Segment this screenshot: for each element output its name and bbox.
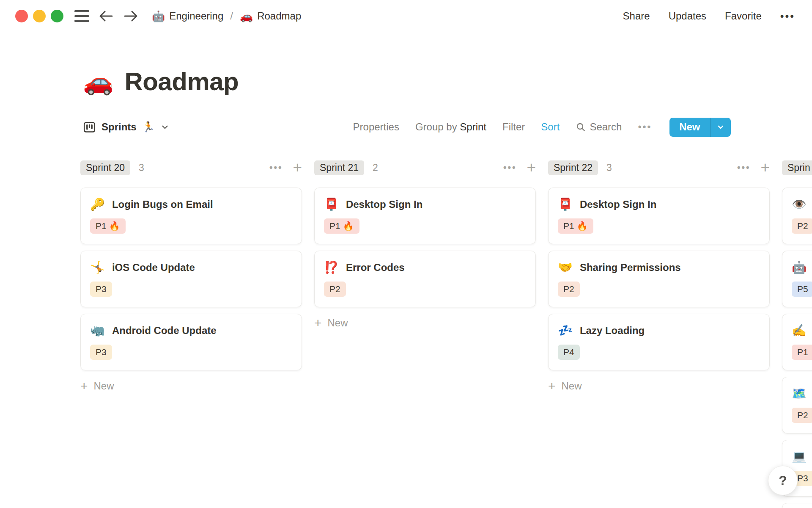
plus-icon: +: [314, 317, 322, 329]
view-tab-sprints[interactable]: Sprints 🏃: [83, 121, 170, 134]
view-toolbar: Sprints 🏃 Properties Group by Sprint Fil…: [83, 117, 731, 137]
card[interactable]: ⁉️ Error Codes P2: [314, 251, 536, 307]
column-name-pill[interactable]: Sprin: [782, 160, 812, 175]
column-header: Sprin ••• +: [782, 160, 812, 176]
priority-tag: P5: [792, 282, 812, 297]
add-card-button[interactable]: + New: [80, 380, 302, 392]
column-count: 3: [606, 162, 612, 174]
card-emoji: ✍️: [792, 325, 807, 337]
priority-tag: P2: [558, 282, 580, 297]
more-options-icon[interactable]: •••: [780, 10, 795, 22]
column-name-pill[interactable]: Sprint 22: [548, 160, 598, 175]
priority-tag: P2: [792, 218, 812, 234]
card-emoji: 🦏: [90, 325, 105, 337]
card-emoji: 🔑: [90, 199, 105, 210]
back-button[interactable]: [99, 10, 114, 22]
card[interactable]: [782, 503, 812, 508]
page-header: 🚗 Roadmap: [83, 67, 732, 96]
column-menu-icon[interactable]: •••: [503, 162, 517, 174]
breadcrumb-workspace[interactable]: 🤖 Engineering: [152, 10, 223, 22]
new-button[interactable]: New: [669, 118, 731, 137]
breadcrumb-page[interactable]: 🚗 Roadmap: [240, 10, 301, 22]
toolbar-more-icon[interactable]: •••: [638, 121, 652, 133]
group-by-label: Group by: [415, 121, 457, 133]
plus-icon: +: [548, 380, 556, 392]
card[interactable]: 📮 Desktop Sign In P1 🔥: [548, 188, 770, 244]
card-title: Login Bugs on Email: [112, 198, 213, 211]
updates-button[interactable]: Updates: [669, 10, 706, 22]
column-name-pill[interactable]: Sprint 21: [314, 160, 364, 175]
card[interactable]: 🤝 Sharing Permissions P2: [548, 251, 770, 307]
card-emoji: 👁️: [792, 199, 807, 210]
card[interactable]: 🤖 In P5: [782, 251, 812, 307]
favorite-button[interactable]: Favorite: [725, 10, 762, 22]
priority-tag: P2: [792, 408, 812, 423]
add-card-button[interactable]: + New: [548, 380, 770, 392]
breadcrumb: 🤖 Engineering / 🚗 Roadmap: [152, 10, 301, 22]
toolbar-controls: Properties Group by Sprint Filter Sort S…: [353, 118, 731, 137]
add-card-label: New: [328, 317, 348, 329]
card[interactable]: 👁️ M P2: [782, 188, 812, 244]
page-title: Roadmap: [124, 67, 239, 96]
add-card-label: New: [94, 380, 114, 392]
card-emoji: 📮: [324, 199, 339, 210]
search-label: Search: [590, 121, 622, 133]
search-button[interactable]: Search: [576, 121, 622, 133]
group-by-value: Sprint: [460, 121, 486, 133]
card-title: Desktop Sign In: [346, 198, 422, 211]
card-emoji: 💻: [792, 451, 807, 463]
card[interactable]: ✍️ R P1 🔥: [782, 314, 812, 370]
column-add-icon[interactable]: +: [527, 161, 536, 174]
column-header: Sprint 21 2 ••• +: [314, 160, 536, 176]
zoom-window-button[interactable]: [51, 10, 63, 22]
search-icon: [576, 122, 586, 132]
breadcrumb-separator: /: [230, 10, 233, 22]
breadcrumb-workspace-label: Engineering: [169, 10, 223, 22]
card[interactable]: 📮 Desktop Sign In P1 🔥: [314, 188, 536, 244]
workspace-icon: 🤖: [152, 10, 165, 22]
new-dropdown-button[interactable]: [710, 118, 731, 137]
card[interactable]: 🗺️ R P2: [782, 377, 812, 433]
column-count: 3: [139, 162, 144, 174]
board-view-icon: [83, 121, 96, 134]
add-card-label: New: [562, 380, 582, 392]
chevron-down-icon: [160, 122, 170, 132]
close-window-button[interactable]: [15, 10, 28, 22]
column-menu-icon[interactable]: •••: [269, 162, 283, 174]
column-name-pill[interactable]: Sprint 20: [80, 160, 130, 175]
priority-tag: P1 🔥: [558, 218, 593, 234]
card-emoji: 🤝: [558, 262, 573, 273]
card[interactable]: 💤 Lazy Loading P4: [548, 314, 770, 370]
add-card-button[interactable]: + New: [314, 317, 536, 329]
priority-tag: P3: [90, 282, 112, 297]
properties-button[interactable]: Properties: [353, 121, 399, 133]
card[interactable]: 🤸 iOS Code Update P3: [80, 251, 302, 307]
forward-button[interactable]: [123, 10, 138, 22]
new-button-label: New: [669, 118, 710, 137]
group-by-button[interactable]: Group by Sprint: [415, 121, 486, 133]
help-button[interactable]: ?: [768, 466, 798, 495]
column-menu-icon[interactable]: •••: [737, 162, 751, 174]
card-title: Sharing Permissions: [580, 261, 681, 274]
card-emoji: 🤖: [792, 262, 807, 273]
card-emoji: 💤: [558, 325, 573, 337]
filter-button[interactable]: Filter: [502, 121, 525, 133]
column-add-icon[interactable]: +: [760, 161, 770, 174]
window-controls: [15, 10, 63, 22]
column-header: Sprint 20 3 ••• +: [80, 160, 302, 176]
page-icon[interactable]: 🚗: [83, 69, 113, 94]
page-icon-small: 🚗: [240, 10, 253, 22]
minimize-window-button[interactable]: [33, 10, 46, 22]
priority-tag: P1 🔥: [792, 345, 812, 360]
card-title: Android Code Update: [112, 324, 217, 337]
card-emoji: 📮: [558, 199, 573, 210]
column-add-icon[interactable]: +: [293, 161, 302, 174]
card[interactable]: 🦏 Android Code Update P3: [80, 314, 302, 370]
board-column-sprint-21: Sprint 21 2 ••• + 📮 Desktop Sign In P1 🔥…: [314, 160, 536, 329]
sidebar-menu-icon[interactable]: [74, 10, 89, 22]
window-titlebar: 🤖 Engineering / 🚗 Roadmap Share Updates …: [0, 0, 812, 32]
sort-button[interactable]: Sort: [541, 121, 560, 133]
share-button[interactable]: Share: [623, 10, 650, 22]
chevron-down-icon: [716, 123, 725, 131]
card[interactable]: 🔑 Login Bugs on Email P1 🔥: [80, 188, 302, 244]
